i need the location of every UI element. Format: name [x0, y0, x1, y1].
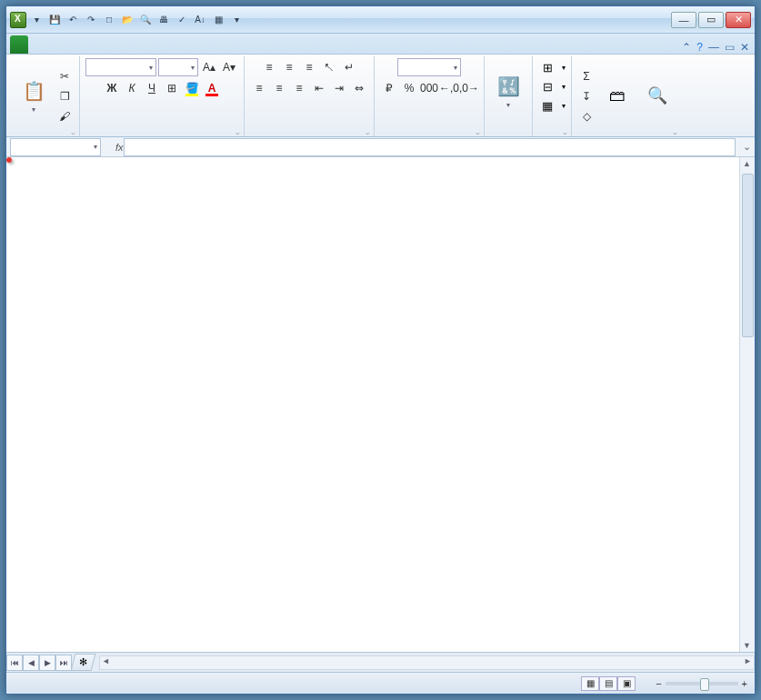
- collapse-ribbon-icon[interactable]: ⌃: [682, 41, 691, 54]
- grow-font-icon[interactable]: A▴: [200, 58, 218, 76]
- zoom-in-icon[interactable]: +: [742, 678, 747, 689]
- qat-undo-icon[interactable]: ↶: [65, 12, 81, 28]
- qat-save-icon[interactable]: 💾: [46, 12, 63, 28]
- ribbon: 📋 ▾ ✂ ❐ 🖌 A▴ A▾: [6, 54, 755, 137]
- qat-open-icon[interactable]: 📂: [119, 12, 135, 28]
- sheet-nav-last-icon[interactable]: ⏭: [55, 655, 72, 671]
- qat-sort2-icon[interactable]: ▦: [210, 12, 226, 28]
- formula-bar: fх ⌄: [6, 137, 755, 157]
- font-name-combo[interactable]: [85, 58, 156, 76]
- app-icon[interactable]: [10, 12, 26, 28]
- align-right-icon[interactable]: ≡: [290, 79, 308, 97]
- styles-button[interactable]: 🔣 ▾: [490, 71, 526, 112]
- zoom-slider[interactable]: [666, 682, 738, 685]
- qat-redo-icon[interactable]: ↷: [83, 12, 99, 28]
- view-pagebreak-icon[interactable]: ▣: [617, 676, 636, 691]
- sort-filter-button[interactable]: 🗃: [599, 80, 636, 112]
- maximize-button[interactable]: ▭: [698, 12, 724, 28]
- cells-insert-button[interactable]: ⊞ ▾: [538, 58, 566, 76]
- find-select-button[interactable]: 🔍: [639, 80, 676, 112]
- underline-icon[interactable]: Ч: [143, 79, 161, 97]
- sheet-nav-prev-icon[interactable]: ◀: [23, 655, 39, 671]
- number-format-combo[interactable]: [397, 58, 461, 76]
- fill-color-icon[interactable]: 🪣: [183, 79, 201, 97]
- formula-input[interactable]: [124, 138, 736, 156]
- qat-preview-icon[interactable]: 🔍: [137, 12, 154, 28]
- new-sheet-tab[interactable]: ✻: [71, 654, 96, 671]
- sheet-nav-next-icon[interactable]: ▶: [39, 655, 55, 671]
- qat-new-icon[interactable]: □: [101, 12, 117, 28]
- qat-sort-icon[interactable]: A↓: [192, 12, 208, 28]
- fill-icon[interactable]: ↧: [577, 87, 596, 105]
- sort-filter-icon: 🗃: [605, 83, 630, 108]
- wrap-text-icon[interactable]: ↵: [340, 58, 358, 76]
- inc-decimal-icon[interactable]: ←,0: [440, 79, 458, 97]
- font-size-combo[interactable]: [158, 58, 198, 76]
- doc-close-icon[interactable]: ✕: [740, 41, 749, 54]
- autosum-icon[interactable]: Σ: [577, 67, 596, 85]
- horizontal-scrollbar[interactable]: [99, 655, 755, 670]
- doc-minimize-icon[interactable]: —: [708, 41, 719, 54]
- view-buttons: ▦ ▤ ▣: [581, 676, 636, 691]
- shrink-font-icon[interactable]: A▾: [220, 58, 238, 76]
- help-icon[interactable]: ?: [696, 41, 703, 54]
- italic-icon[interactable]: К: [123, 79, 141, 97]
- fx-icon[interactable]: fх: [115, 142, 124, 153]
- border-icon[interactable]: ⊞: [163, 79, 181, 97]
- font-color-icon[interactable]: A: [203, 79, 221, 97]
- paste-icon: 📋: [21, 78, 46, 104]
- close-button[interactable]: ✕: [726, 12, 751, 28]
- align-top-icon[interactable]: ≡: [260, 58, 278, 76]
- qat-print-icon[interactable]: 🖶: [155, 12, 172, 28]
- qat-spell-icon[interactable]: ✓: [174, 12, 190, 28]
- paste-button[interactable]: 📋 ▾: [15, 75, 52, 116]
- merge-icon[interactable]: ⇔: [350, 79, 368, 97]
- status-bar: ▦ ▤ ▣ − +: [6, 672, 755, 694]
- currency-icon[interactable]: ₽: [380, 79, 398, 97]
- zoom-out-icon[interactable]: −: [656, 678, 661, 689]
- format-painter-icon[interactable]: 🖌: [55, 107, 74, 125]
- format-cells-icon: ▦: [538, 96, 556, 115]
- cut-icon[interactable]: ✂: [55, 67, 74, 85]
- quick-access-toolbar: ▾ 💾 ↶ ↷ □ 📂 🔍 🖶 ✓ A↓ ▦ ▾: [10, 12, 245, 28]
- group-font: A▴ A▾ Ж К Ч ⊞ 🪣 A: [80, 56, 245, 136]
- worksheet-area[interactable]: [6, 157, 755, 652]
- percent-icon[interactable]: %: [400, 79, 418, 97]
- align-left-icon[interactable]: ≡: [250, 79, 268, 97]
- indent-dec-icon[interactable]: ⇤: [310, 79, 328, 97]
- excel-window: ▾ 💾 ↶ ↷ □ 📂 🔍 🖶 ✓ A↓ ▦ ▾ — ▭ ✕ ⌃ ? — ▭: [5, 5, 756, 695]
- orientation-icon[interactable]: ⭦: [320, 58, 338, 76]
- copy-icon[interactable]: ❐: [55, 87, 74, 105]
- dec-decimal-icon[interactable]: ,0→: [460, 79, 478, 97]
- qat-dropdown-icon[interactable]: ▾: [28, 12, 45, 28]
- titlebar: ▾ 💾 ↶ ↷ □ 📂 🔍 🖶 ✓ A↓ ▦ ▾ — ▭ ✕: [6, 6, 755, 34]
- cells-format-button[interactable]: ▦ ▾: [538, 96, 566, 115]
- name-box[interactable]: [10, 138, 101, 156]
- expand-fmbar-icon[interactable]: ⌄: [739, 141, 755, 153]
- new-sheet-icon: ✻: [79, 656, 87, 668]
- group-styles: 🔣 ▾ .: [485, 56, 533, 136]
- indent-inc-icon[interactable]: ⇥: [330, 79, 348, 97]
- find-icon: 🔍: [645, 83, 670, 108]
- align-middle-icon[interactable]: ≡: [280, 58, 298, 76]
- doc-restore-icon[interactable]: ▭: [725, 41, 735, 54]
- tab-file[interactable]: [10, 35, 28, 54]
- sheet-tabbar: ⏮ ◀ ▶ ⏭ ✻: [6, 652, 755, 672]
- zoom-control[interactable]: − +: [652, 678, 747, 689]
- cells-delete-button[interactable]: ⊟ ▾: [538, 77, 566, 95]
- align-bottom-icon[interactable]: ≡: [300, 58, 318, 76]
- delete-cells-icon: ⊟: [538, 77, 556, 95]
- align-center-icon[interactable]: ≡: [270, 79, 288, 97]
- group-editing: Σ ↧ ◇ 🗃 🔍: [572, 56, 681, 136]
- bold-icon[interactable]: Ж: [103, 79, 121, 97]
- vertical-scrollbar[interactable]: [739, 157, 755, 652]
- clear-icon[interactable]: ◇: [577, 107, 596, 125]
- view-layout-icon[interactable]: ▤: [599, 676, 617, 691]
- window-controls: — ▭ ✕: [671, 12, 751, 28]
- minimize-button[interactable]: —: [671, 12, 696, 28]
- insert-cells-icon: ⊞: [538, 58, 556, 76]
- qat-more-icon[interactable]: ▾: [228, 12, 245, 28]
- sheet-nav-first-icon[interactable]: ⏮: [6, 655, 23, 671]
- view-normal-icon[interactable]: ▦: [581, 676, 599, 691]
- comma-icon[interactable]: 000: [420, 79, 438, 97]
